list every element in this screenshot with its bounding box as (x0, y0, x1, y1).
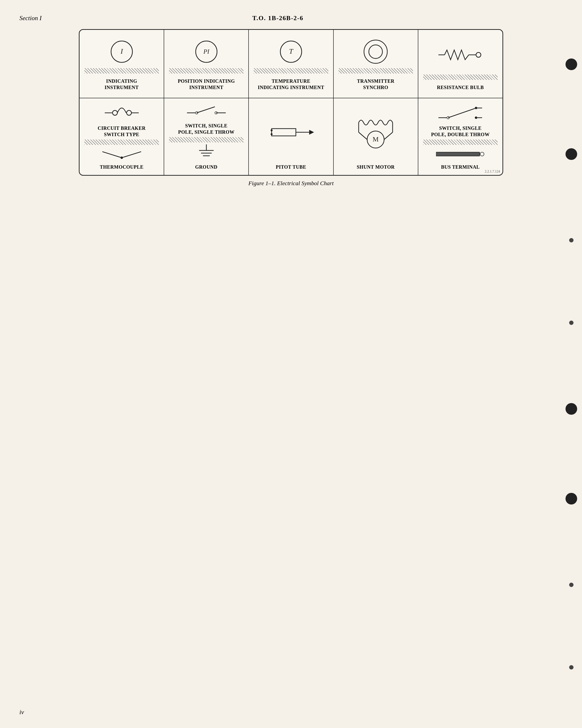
symbol-shunt-motor: M (338, 103, 413, 161)
binder-holes (565, 0, 577, 728)
pitot-tube-icon (267, 118, 315, 147)
chart-reference: 2.2.1.7.124 (485, 170, 500, 174)
chart-top-row: I INDICATINGINSTRUMENT PI POSITION INDIC… (80, 30, 502, 98)
svg-rect-27 (272, 129, 296, 136)
svg-line-16 (122, 152, 141, 158)
hatch-4 (338, 68, 413, 74)
cell-circuit-breaker: CIRCUIT BREAKERSWITCH TYPE THERMOCOUPLE (80, 98, 164, 175)
svg-point-31 (271, 133, 273, 135)
circle-I-icon: I (110, 40, 134, 64)
zigzag-icon (439, 48, 482, 62)
svg-line-42 (448, 108, 475, 118)
label-switch-spst: SWITCH, SINGLEPOLE, SINGLE THROW (178, 123, 235, 135)
header: Section I T.O. 1B-26B-2-6 (20, 15, 563, 22)
svg-point-6 (364, 40, 387, 63)
svg-marker-29 (309, 130, 314, 135)
electrical-symbol-chart: I INDICATINGINSTRUMENT PI POSITION INDIC… (79, 29, 503, 176)
page-title: T.O. 1B-26B-2-6 (252, 15, 303, 22)
binder-hole-1 (565, 58, 577, 70)
hatch-1 (84, 68, 159, 74)
cell-indicating-instrument: I INDICATINGINSTRUMENT (80, 30, 164, 98)
binder-hole-4 (569, 320, 574, 325)
symbol-position-indicating: PI (169, 37, 244, 66)
cell-shunt-motor: M SHUNT MOTOR (334, 98, 418, 175)
svg-point-12 (113, 110, 117, 115)
circle-PI-icon: PI (193, 40, 220, 64)
symbol-bus-terminal (423, 147, 498, 161)
binder-hole-8 (569, 665, 574, 670)
hatch-2 (169, 68, 244, 74)
label-ground: GROUND (195, 164, 218, 170)
hatch-b5 (423, 139, 498, 145)
label-bus-terminal: BUS TERMINAL (441, 164, 480, 170)
cell-transmitter-synchro: TRANSMITTERSYNCHRO (334, 30, 418, 98)
binder-hole-6 (565, 493, 577, 504)
binder-hole-3 (569, 238, 574, 242)
cell-resistance-bulb: RESISTANCE BULB (418, 30, 502, 98)
symbol-transmitter-synchro (338, 37, 413, 66)
svg-line-15 (102, 152, 122, 158)
page: Section I T.O. 1B-26B-2-6 I INDICATINGIN… (0, 0, 582, 728)
hatch-5 (423, 75, 498, 80)
symbol-thermocouple (84, 147, 159, 161)
svg-line-36 (359, 132, 367, 139)
label-transmitter-synchro: TRANSMITTERSYNCHRO (357, 78, 394, 90)
shunt-motor-icon: M (356, 115, 395, 149)
label-pitot-tube: PITOT TUBE (276, 164, 306, 170)
section-label: Section I (20, 15, 42, 22)
switch-spst-icon (187, 103, 226, 120)
cell-switch-spdt: SWITCH, SINGLEPOLE, DOUBLE THROW BUS TER… (418, 98, 502, 175)
figure-caption: Figure 1–1. Electrical Symbol Chart (20, 180, 563, 187)
label-shunt-motor: SHUNT MOTOR (357, 164, 394, 170)
label-temperature-indicating: TEMPERATUREINDICATING INSTRUMENT (258, 78, 324, 90)
svg-point-10 (476, 52, 481, 57)
cell-position-indicating: PI POSITION INDICATINGINSTRUMENT (164, 30, 249, 98)
label-resistance-bulb: RESISTANCE BULB (437, 84, 484, 90)
label-thermocouple: THERMOCOUPLE (100, 164, 143, 170)
svg-point-13 (127, 110, 132, 115)
bus-terminal-icon (436, 149, 484, 159)
svg-point-30 (271, 129, 273, 131)
svg-text:I: I (120, 47, 123, 55)
binder-hole-2 (565, 148, 577, 160)
symbol-circuit-breaker (84, 103, 159, 123)
circle-T-icon: T (279, 40, 303, 64)
svg-rect-45 (436, 152, 480, 156)
svg-point-46 (480, 152, 484, 156)
svg-line-20 (197, 107, 215, 113)
label-position-indicating: POSITION INDICATINGINSTRUMENT (178, 78, 235, 90)
symbol-switch-spdt (423, 103, 498, 123)
switch-spdt-icon (439, 103, 482, 123)
cell-pitot-tube: PITOT TUBE (249, 98, 333, 175)
page-number: iv (20, 709, 24, 716)
ground-icon (197, 145, 216, 161)
symbol-resistance-bulb (423, 37, 498, 73)
symbol-indicating-instrument: I (84, 37, 159, 66)
chart-bottom-row: CIRCUIT BREAKERSWITCH TYPE THERMOCOUPLE (80, 98, 502, 175)
symbol-switch-spst (169, 103, 244, 120)
label-indicating-instrument: INDICATINGINSTRUMENT (105, 78, 139, 90)
svg-text:M: M (373, 135, 379, 143)
symbol-temperature-indicating: T (254, 37, 328, 66)
svg-point-17 (120, 157, 123, 159)
binder-hole-7 (569, 583, 574, 587)
hatch-3 (254, 68, 328, 74)
binder-hole-5 (565, 403, 577, 415)
svg-text:T: T (289, 47, 294, 55)
svg-point-7 (369, 45, 382, 58)
hatch-b2 (169, 137, 244, 142)
svg-line-37 (384, 132, 393, 139)
cell-switch-spst: SWITCH, SINGLEPOLE, SINGLE THROW GROUND (164, 98, 249, 175)
circuit-breaker-icon (105, 103, 139, 123)
symbol-ground (169, 145, 244, 161)
thermocouple-icon (102, 147, 141, 161)
label-circuit-breaker: CIRCUIT BREAKERSWITCH TYPE (98, 125, 146, 137)
hatch-b1 (84, 139, 159, 145)
label-switch-spdt: SWITCH, SINGLEPOLE, DOUBLE THROW (431, 125, 490, 137)
concentric-circles-icon (362, 38, 389, 65)
svg-text:PI: PI (203, 48, 210, 55)
cell-temperature-indicating: T TEMPERATUREINDICATING INSTRUMENT (249, 30, 333, 98)
symbol-pitot-tube (254, 103, 328, 161)
